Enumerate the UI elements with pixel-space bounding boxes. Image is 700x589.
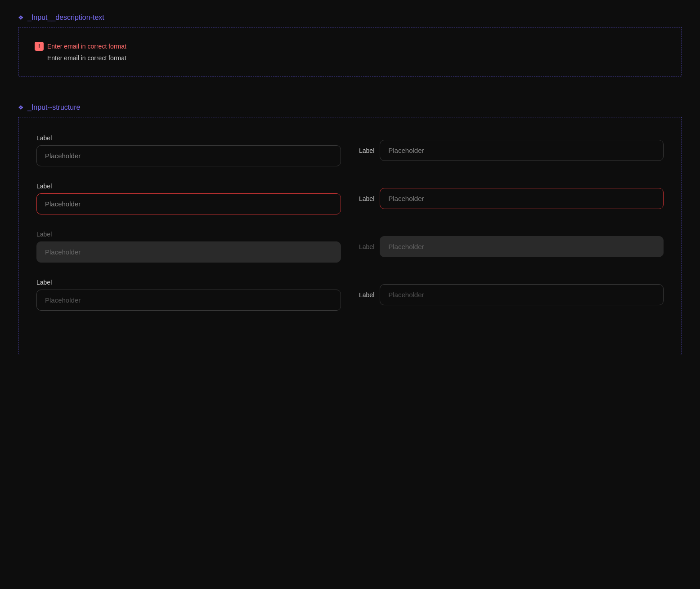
input-structure-section: ❖ _Input--structure Label Label Label La… — [18, 103, 682, 355]
input-ghost-left[interactable] — [36, 290, 341, 311]
diamond-icon: ❖ — [18, 14, 24, 21]
description-box: ! Enter email in correct format Enter em… — [27, 36, 144, 67]
input-label-error-left: Label — [36, 183, 341, 190]
bottom-spacer — [27, 319, 673, 346]
input-label-default-left: Label — [36, 134, 341, 142]
description-section-title: ❖ _Input__description-text — [18, 13, 682, 22]
input-row-default: Label Label — [27, 126, 673, 174]
structure-section-title: ❖ _Input--structure — [18, 103, 682, 112]
input-default-left[interactable] — [36, 145, 341, 166]
input-label-ghost-left: Label — [36, 279, 341, 286]
input-label-disabled-left: Label — [36, 231, 341, 238]
description-text-section: ❖ _Input__description-text ! Enter email… — [18, 13, 682, 76]
input-error-left[interactable] — [36, 193, 341, 214]
structure-dashed-container: Label Label Label Label Label — [18, 117, 682, 355]
warning-icon: ! — [35, 42, 44, 51]
description-subtext: Enter email in correct format — [35, 54, 137, 62]
input-disabled-left — [36, 241, 341, 263]
input-label-disabled-right: Label — [359, 243, 374, 250]
input-group-default-right: Label — [350, 126, 673, 174]
input-row-ghost: Label Label — [27, 271, 673, 319]
input-group-ghost-right: Label — [350, 271, 673, 319]
input-row-error: Label Label — [27, 174, 673, 223]
input-label-default-right: Label — [359, 147, 374, 154]
input-label-error-right: Label — [359, 195, 374, 202]
input-group-default-left: Label — [27, 126, 350, 174]
input-group-error-left: Label — [27, 174, 350, 223]
input-label-ghost-right: Label — [359, 291, 374, 299]
error-row: ! Enter email in correct format — [35, 42, 137, 51]
input-disabled-right — [380, 236, 664, 257]
error-text: Enter email in correct format — [47, 43, 126, 50]
input-group-error-right: Label — [350, 174, 673, 223]
input-error-right[interactable] — [380, 188, 664, 209]
description-dashed-container: ! Enter email in correct format Enter em… — [18, 27, 682, 76]
diamond-icon-2: ❖ — [18, 104, 24, 111]
input-ghost-right[interactable] — [380, 284, 664, 305]
input-group-disabled-right: Label — [350, 223, 673, 271]
input-group-ghost-left: Label — [27, 271, 350, 319]
input-row-disabled: Label Label — [27, 223, 673, 271]
input-group-disabled-left: Label — [27, 223, 350, 271]
input-default-right[interactable] — [380, 140, 664, 161]
